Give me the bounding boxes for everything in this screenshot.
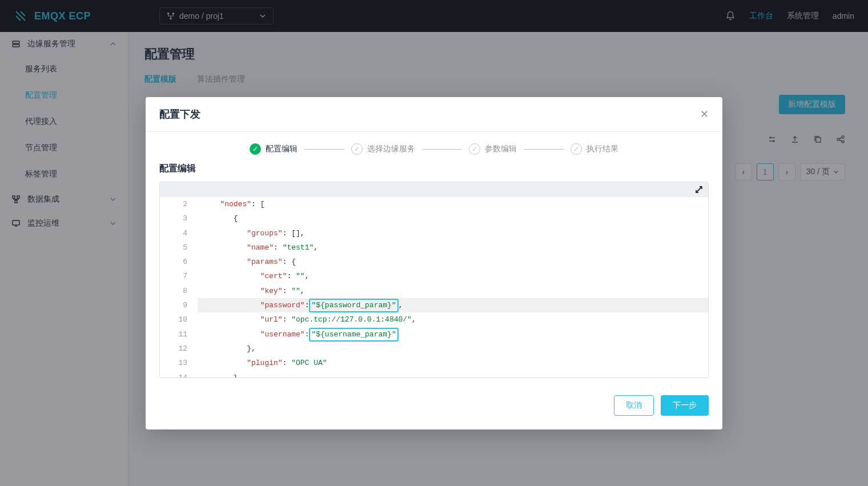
check-icon: ✓ [250, 143, 261, 155]
code-content[interactable]: "nodes": [ { "groups": [], "name": "test… [195, 197, 708, 377]
editor-body: 234567891011121314 "nodes": [ { "groups"… [160, 197, 708, 377]
step-label: 选择边缘服务 [367, 144, 415, 154]
step-label: 参数编辑 [485, 144, 517, 154]
editor-toolbar [160, 182, 708, 197]
cancel-button[interactable]: 取消 [614, 395, 654, 416]
expand-icon[interactable] [694, 185, 704, 194]
step-divider [304, 149, 344, 150]
step-divider [422, 149, 462, 150]
line-gutter: 234567891011121314 [160, 197, 195, 377]
modal-title: 配置下发 [159, 107, 200, 121]
modal-header: 配置下发 ✕ [146, 97, 722, 132]
section-title: 配置编辑 [146, 160, 722, 182]
next-button[interactable]: 下一步 [661, 395, 709, 416]
step-2: ✓ 选择边缘服务 [351, 143, 415, 155]
code-editor[interactable]: 234567891011121314 "nodes": [ { "groups"… [159, 182, 709, 378]
close-icon[interactable]: ✕ [700, 108, 709, 121]
modal-footer: 取消 下一步 [146, 378, 722, 429]
circle-icon: ✓ [570, 143, 582, 155]
circle-icon: ✓ [469, 143, 480, 155]
modal-overlay: 配置下发 ✕ ✓ 配置编辑 ✓ 选择边缘服务 ✓ 参数编辑 ✓ 执行结果 [0, 0, 868, 486]
circle-icon: ✓ [351, 143, 363, 155]
config-deploy-modal: 配置下发 ✕ ✓ 配置编辑 ✓ 选择边缘服务 ✓ 参数编辑 ✓ 执行结果 [146, 97, 722, 429]
step-1: ✓ 配置编辑 [250, 143, 298, 155]
step-label: 执行结果 [586, 144, 618, 154]
step-3: ✓ 参数编辑 [469, 143, 517, 155]
step-divider [524, 149, 564, 150]
step-label: 配置编辑 [266, 144, 298, 154]
step-4: ✓ 执行结果 [570, 143, 618, 155]
wizard-steps: ✓ 配置编辑 ✓ 选择边缘服务 ✓ 参数编辑 ✓ 执行结果 [146, 132, 722, 160]
